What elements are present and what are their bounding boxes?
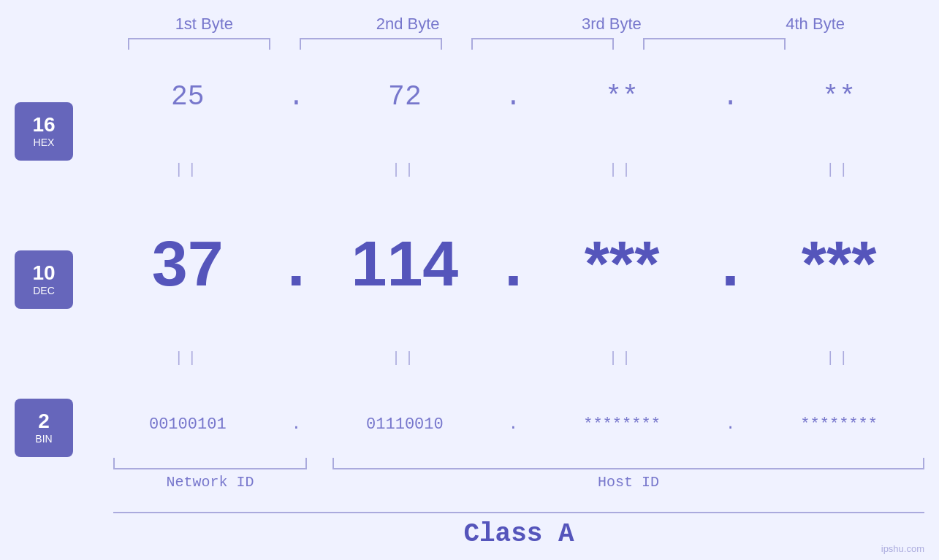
byte-labels-row: 1st Byte 2nd Byte 3rd Byte 4th Byte bbox=[102, 15, 939, 34]
dec-val-3: *** bbox=[549, 226, 695, 301]
dec-dot-1: . bbox=[285, 226, 307, 301]
dec-dot-3: . bbox=[720, 226, 742, 301]
dec-dot-2: . bbox=[502, 226, 524, 301]
host-id-label: Host ID bbox=[332, 474, 924, 491]
bin-val-1: 00100101 bbox=[115, 415, 261, 434]
dec-badge-label: DEC bbox=[33, 285, 55, 296]
eq-3: || bbox=[549, 161, 695, 178]
dec-row: 37 . 114 . *** . *** bbox=[102, 226, 924, 301]
equals-row-1: || || || || bbox=[102, 161, 924, 178]
bin-val-3: ******** bbox=[549, 415, 695, 434]
bin-badge: 2 BIN bbox=[15, 399, 73, 457]
dec-badge: 10 DEC bbox=[15, 250, 73, 309]
bin-val-2: 01110010 bbox=[332, 415, 478, 434]
top-bracket-1 bbox=[128, 38, 270, 50]
watermark: ipshu.com bbox=[881, 543, 924, 554]
hex-dot-2: . bbox=[502, 81, 524, 112]
hex-badge: 16 HEX bbox=[15, 102, 73, 161]
byte-label-2: 2nd Byte bbox=[309, 15, 506, 34]
hex-val-1: 25 bbox=[115, 81, 261, 112]
bin-val-4: ******** bbox=[766, 415, 912, 434]
eq-2: || bbox=[332, 161, 478, 178]
equals-row-2: || || || || bbox=[102, 350, 924, 367]
network-bracket bbox=[113, 458, 307, 469]
dec-badge-num: 10 bbox=[32, 263, 55, 283]
bin-badge-num: 2 bbox=[38, 411, 50, 431]
eq2-1: || bbox=[115, 350, 261, 367]
eq2-2: || bbox=[332, 350, 478, 367]
bin-dot-3: . bbox=[720, 415, 742, 434]
eq2-4: || bbox=[766, 350, 912, 367]
top-bracket-3 bbox=[471, 38, 614, 50]
eq-4: || bbox=[766, 161, 912, 178]
dec-val-4: *** bbox=[766, 226, 912, 301]
network-id-label: Network ID bbox=[113, 474, 307, 491]
class-label: Class A bbox=[463, 519, 574, 549]
big-bottom-line bbox=[113, 512, 924, 513]
byte-label-4: 4th Byte bbox=[717, 15, 914, 34]
bottom-brackets-area: Network ID Host ID bbox=[113, 458, 924, 491]
hex-val-3: ** bbox=[549, 81, 695, 112]
hex-dot-1: . bbox=[285, 81, 307, 112]
host-bracket bbox=[332, 458, 924, 469]
bin-row: 00100101 . 01110010 . ******** . *******… bbox=[102, 415, 924, 434]
eq-1: || bbox=[115, 161, 261, 178]
bin-dot-1: . bbox=[285, 415, 307, 434]
bin-dot-2: . bbox=[502, 415, 524, 434]
dec-val-1: 37 bbox=[115, 226, 261, 301]
main-container: 1st Byte 2nd Byte 3rd Byte 4th Byte 16 H… bbox=[0, 0, 939, 560]
class-section: Class A bbox=[113, 512, 924, 549]
byte-label-3: 3rd Byte bbox=[513, 15, 710, 34]
hex-row: 25 . 72 . ** . ** bbox=[102, 81, 924, 112]
bin-badge-label: BIN bbox=[35, 433, 52, 445]
badges-column: 16 HEX 10 DEC 2 BIN bbox=[0, 57, 102, 560]
eq2-3: || bbox=[549, 350, 695, 367]
hex-badge-label: HEX bbox=[34, 137, 55, 148]
hex-dot-3: . bbox=[720, 81, 742, 112]
top-bracket-4 bbox=[643, 38, 786, 50]
top-bracket-2 bbox=[300, 38, 442, 50]
hex-val-4: ** bbox=[766, 81, 912, 112]
byte-label-1: 1st Byte bbox=[105, 15, 303, 34]
hex-badge-num: 16 bbox=[32, 115, 55, 135]
dec-val-2: 114 bbox=[332, 226, 478, 301]
hex-val-2: 72 bbox=[332, 81, 478, 112]
class-label-container: Class A bbox=[113, 519, 924, 549]
